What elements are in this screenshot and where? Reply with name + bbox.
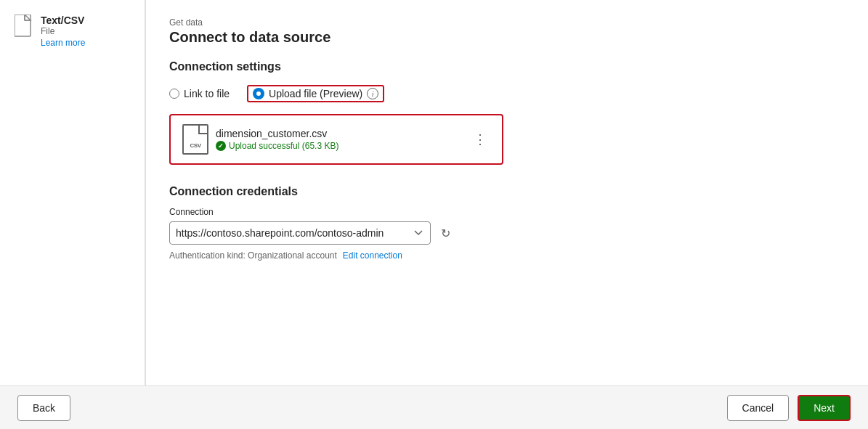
back-button[interactable]: Back <box>17 395 70 421</box>
sidebar-filetype: Text/CSV <box>41 15 85 26</box>
csv-file-thumbnail: CSV <box>182 124 208 155</box>
refresh-button[interactable]: ↻ <box>437 224 454 242</box>
auth-kind-label: Authentication kind: Organizational acco… <box>169 250 337 261</box>
cancel-button[interactable]: Cancel <box>727 395 790 421</box>
radio-link-input[interactable] <box>169 89 179 99</box>
file-details: dimension_customer.csv Upload successful… <box>216 128 338 151</box>
connection-select[interactable]: https://contoso.sharepoint.com/contoso-a… <box>169 221 431 245</box>
upload-status: Upload successful (65.3 KB) <box>216 141 338 151</box>
footer: Back Cancel Next <box>0 385 868 429</box>
connection-settings-title: Connection settings <box>169 60 845 73</box>
page-title: Connect to data source <box>169 29 845 46</box>
file-upload-box: CSV dimension_customer.csv Upload succes… <box>169 114 503 165</box>
radio-link-to-file[interactable]: Link to file <box>169 88 230 99</box>
credentials-title: Connection credentials <box>169 185 845 198</box>
radio-upload-option[interactable]: Upload file (Preview) <box>253 88 362 99</box>
connection-row: https://contoso.sharepoint.com/contoso-a… <box>169 221 845 245</box>
page-header: Get data Connect to data source <box>169 17 845 46</box>
file-name: dimension_customer.csv <box>216 128 338 139</box>
radio-link-label: Link to file <box>184 88 230 99</box>
content-area: Get data Connect to data source Connecti… <box>146 0 868 385</box>
radio-upload-label: Upload file (Preview) <box>269 88 362 99</box>
upload-status-text: Upload successful (65.3 KB) <box>229 141 338 151</box>
footer-right: Cancel Next <box>727 395 851 421</box>
connection-field-label: Connection <box>169 207 845 217</box>
radio-inner-dot <box>256 91 261 96</box>
sidebar: Text/CSV File Learn more <box>0 0 145 385</box>
radio-upload-box[interactable]: Upload file (Preview) i <box>247 85 384 102</box>
edit-connection-link[interactable]: Edit connection <box>343 250 402 261</box>
page-supertitle: Get data <box>169 17 845 28</box>
check-circle-icon <box>216 141 226 151</box>
next-button[interactable]: Next <box>798 395 851 421</box>
info-icon[interactable]: i <box>367 88 378 99</box>
auth-row: Authentication kind: Organizational acco… <box>169 250 845 261</box>
more-options-button[interactable]: ⋮ <box>471 128 490 150</box>
radio-group: Link to file Upload file (Preview) i <box>169 85 845 102</box>
learn-more-link[interactable]: Learn more <box>41 38 85 48</box>
sidebar-file-label: File <box>41 26 85 36</box>
credentials-section: Connection credentials Connection https:… <box>169 185 845 261</box>
csv-file-icon <box>15 15 35 39</box>
radio-selected-indicator <box>253 88 264 99</box>
connection-settings-section: Connection settings Link to file Upload … <box>169 60 845 165</box>
file-info: CSV dimension_customer.csv Upload succes… <box>182 124 338 155</box>
